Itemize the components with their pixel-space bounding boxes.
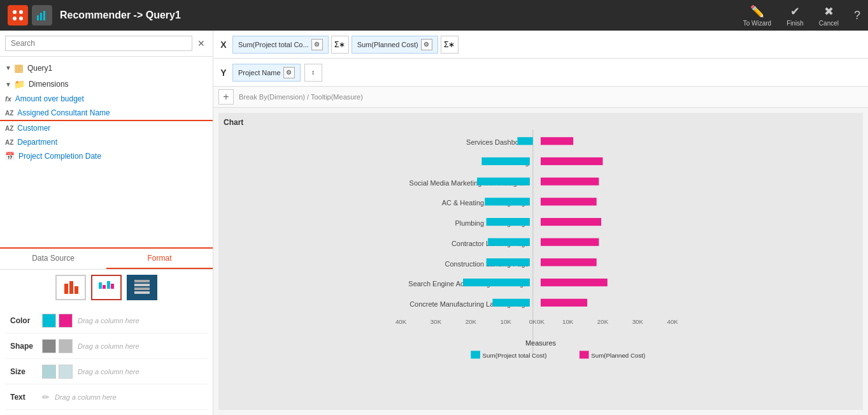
az-icon: AZ xyxy=(5,125,13,132)
tree-root-query1[interactable]: ▼ ▦ Query1 xyxy=(0,59,213,76)
toggle-icon: ▼ xyxy=(5,81,11,88)
grouped-bar-button[interactable] xyxy=(91,275,122,300)
cancel-icon: ✖ xyxy=(824,4,834,18)
cancel-button[interactable]: ✖ Cancel xyxy=(819,4,839,27)
svg-rect-21 xyxy=(541,137,573,145)
bar-chart-button[interactable] xyxy=(55,275,86,300)
tree-root-label: Query1 xyxy=(27,64,52,73)
tree-item-consultant[interactable]: AZ Assigned Consultant Name xyxy=(0,106,213,121)
shape-row: Shape Drag a column here xyxy=(5,333,208,359)
bottom-panel: Data Source Format xyxy=(0,247,213,415)
svg-rect-41 xyxy=(463,279,530,286)
svg-rect-20 xyxy=(517,137,532,145)
x-sigma-btn-2[interactable]: Σ∗ xyxy=(441,36,459,54)
svg-text:0K: 0K xyxy=(537,318,544,325)
x-sigma-btn-1[interactable]: Σ∗ xyxy=(331,36,349,54)
search-input[interactable] xyxy=(5,36,192,51)
svg-rect-23 xyxy=(481,157,530,165)
calendar-icon: 📅 xyxy=(5,152,15,161)
color-swatch-cyan[interactable] xyxy=(42,314,56,328)
search-clear-button[interactable]: ✕ xyxy=(195,37,208,50)
y-axis-row: Y Project Name ⚙ ↕ xyxy=(213,59,868,87)
finish-icon: ✔ xyxy=(790,4,800,18)
main-layout: ✕ ▼ ▦ Query1 ▼ 📁 Dimensions fx Amount ov… xyxy=(0,31,868,415)
size-swatch-1[interactable] xyxy=(42,365,56,379)
tab-data-source[interactable]: Data Source xyxy=(0,249,106,269)
dimensions-label: Dimensions xyxy=(29,80,69,89)
text-label: Text xyxy=(10,393,42,402)
folder-icon: 📁 xyxy=(14,79,25,89)
shape-drag-placeholder: Drag a column here xyxy=(78,342,139,350)
tree: ▼ ▦ Query1 ▼ 📁 Dimensions fx Amount over… xyxy=(0,57,213,247)
svg-rect-12 xyxy=(107,281,110,289)
color-swatches xyxy=(42,314,73,328)
table-chart-button[interactable] xyxy=(127,275,157,300)
y-axis-label: Y xyxy=(216,68,231,78)
left-panel: ✕ ▼ ▦ Query1 ▼ 📁 Dimensions fx Amount ov… xyxy=(0,31,213,415)
y-chip-1[interactable]: Project Name ⚙ xyxy=(232,64,301,82)
pencil-icon: ✏ xyxy=(42,392,50,402)
svg-text:0K: 0K xyxy=(529,318,537,325)
tabs: Data Source Format xyxy=(0,249,213,270)
shape-swatch-1[interactable] xyxy=(42,339,56,353)
help-icon: ? xyxy=(854,9,860,22)
color-row: Color Drag a column here xyxy=(5,308,208,333)
tree-item-customer[interactable]: AZ Customer xyxy=(0,121,213,135)
svg-rect-30 xyxy=(541,198,597,205)
size-row: Size Drag a column here xyxy=(5,359,208,384)
text-drag-placeholder: Drag a column here xyxy=(55,393,117,401)
tree-dimensions[interactable]: ▼ 📁 Dimensions xyxy=(0,76,213,92)
color-swatch-pink[interactable] xyxy=(59,314,73,328)
svg-rect-15 xyxy=(134,284,150,286)
svg-rect-45 xyxy=(541,299,587,307)
plus-button[interactable]: + xyxy=(218,89,234,105)
tree-item-department[interactable]: AZ Department xyxy=(0,135,213,149)
y-sort-btn[interactable]: ↕ xyxy=(304,64,322,82)
chart-svg: Services Dashboard Beta Testing Social M… xyxy=(224,129,858,378)
topbar: Recommender -> Query1 ✏️ To Wizard ✔ Fin… xyxy=(0,0,868,31)
x-chip-icon-2[interactable]: ⚙ xyxy=(421,39,432,50)
tree-label-project-date: Project Completion Date xyxy=(18,152,101,161)
svg-rect-6 xyxy=(43,11,45,20)
shape-swatches xyxy=(42,339,73,353)
to-wizard-button[interactable]: ✏️ To Wizard xyxy=(743,4,771,27)
finish-button[interactable]: ✔ Finish xyxy=(786,4,804,27)
svg-rect-4 xyxy=(37,15,39,20)
svg-rect-16 xyxy=(134,288,150,290)
svg-text:10K: 10K xyxy=(500,318,511,325)
format-panel: Color Drag a column here Shape Drag a co… xyxy=(0,270,213,415)
x-axis-label: X xyxy=(216,40,231,50)
chart-title: Chart xyxy=(224,118,858,127)
tree-item-amount[interactable]: fx Amount over budget xyxy=(0,92,213,106)
svg-rect-36 xyxy=(541,238,599,246)
shape-swatch-2[interactable] xyxy=(59,339,73,353)
svg-point-1 xyxy=(19,10,23,14)
svg-rect-38 xyxy=(487,258,530,266)
svg-rect-59 xyxy=(580,351,589,358)
svg-rect-11 xyxy=(103,285,106,289)
logo-area xyxy=(8,5,52,25)
tree-item-project-date[interactable]: 📅 Project Completion Date xyxy=(0,149,213,163)
svg-text:30K: 30K xyxy=(430,318,442,325)
fx-icon: fx xyxy=(5,95,11,103)
tab-format[interactable]: Format xyxy=(106,249,213,269)
x-chip-1[interactable]: Sum(Project total Co... ⚙ xyxy=(232,36,329,54)
svg-text:20K: 20K xyxy=(597,318,609,325)
az-icon: AZ xyxy=(5,139,13,146)
wizard-icon: ✏️ xyxy=(750,4,764,18)
tree-label-customer: Customer xyxy=(17,124,50,133)
x-chip-icon-1[interactable]: ⚙ xyxy=(311,39,323,50)
break-by-row: + Break By(Dimension) / Tooltip(Measure) xyxy=(213,87,868,108)
svg-point-3 xyxy=(19,17,23,20)
svg-rect-32 xyxy=(487,218,530,226)
help-button[interactable]: ? xyxy=(854,9,860,22)
topbar-title: Recommender -> Query1 xyxy=(60,10,736,21)
toggle-icon: ▼ xyxy=(5,64,11,71)
svg-point-0 xyxy=(13,10,17,14)
shape-label: Shape xyxy=(10,342,42,351)
size-swatch-2[interactable] xyxy=(59,365,73,379)
logo-icon1 xyxy=(8,5,28,25)
x-chip-2[interactable]: Sum(Planned Cost) ⚙ xyxy=(352,36,438,54)
text-row: Text ✏ Drag a column here xyxy=(5,384,208,410)
y-chip-icon-1[interactable]: ⚙ xyxy=(283,67,295,78)
